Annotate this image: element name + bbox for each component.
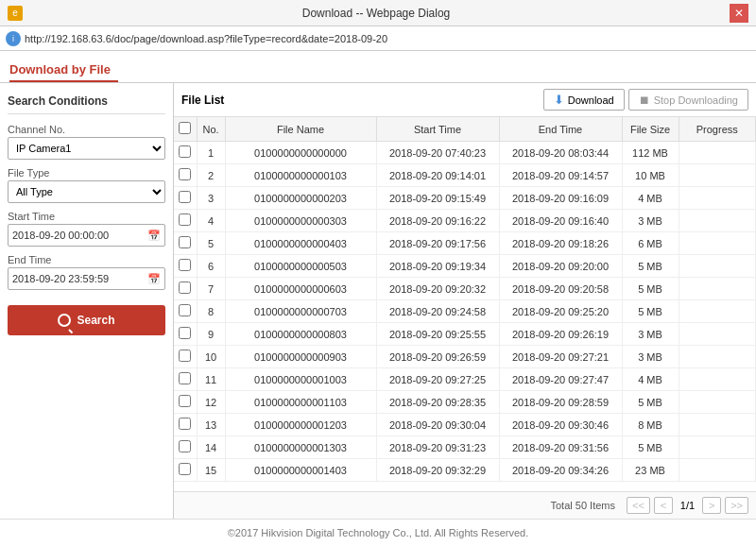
- window-title: Download -- Webpage Dialog: [23, 7, 730, 20]
- row-checkbox[interactable]: [179, 168, 191, 180]
- table-header-row: No. File Name Start Time End Time File S…: [174, 117, 756, 142]
- row-checkbox[interactable]: [179, 145, 191, 158]
- row-filesize: 5 MB: [622, 300, 679, 323]
- endtime-field-group: End Time 2018-09-20 23:59:59 📅: [8, 254, 165, 290]
- table-row: 10 0100000000000903 2018-09-20 09:26:59 …: [174, 346, 756, 368]
- row-filename: 0100000000000000: [225, 142, 376, 164]
- row-filesize: 6 MB: [622, 232, 679, 255]
- row-starttime: 2018-09-20 09:32:29: [376, 459, 499, 482]
- row-checkbox[interactable]: [179, 191, 191, 203]
- row-checkbox-cell: [174, 232, 197, 255]
- row-progress: [679, 232, 756, 255]
- page-info: 1/1: [677, 498, 698, 513]
- endtime-calendar-icon[interactable]: 📅: [147, 273, 161, 285]
- row-checkbox[interactable]: [179, 304, 191, 316]
- file-table: No. File Name Start Time End Time File S…: [174, 117, 756, 482]
- header-starttime: Start Time: [376, 117, 499, 142]
- row-checkbox[interactable]: [179, 372, 191, 384]
- row-checkbox[interactable]: [179, 418, 191, 430]
- table-row: 15 0100000000001403 2018-09-20 09:32:29 …: [174, 459, 756, 482]
- endtime-value: 2018-09-20 23:59:59: [12, 273, 109, 284]
- starttime-field-group: Start Time 2018-09-20 00:00:00 📅: [8, 211, 165, 247]
- footer: ©2017 Hikvision Digital Technology Co., …: [0, 519, 756, 546]
- row-checkbox-cell: [174, 323, 197, 346]
- table-row: 6 0100000000000503 2018-09-20 09:19:34 2…: [174, 255, 756, 278]
- table-row: 12 0100000000001103 2018-09-20 09:28:35 …: [174, 391, 756, 414]
- row-checkbox-cell: [174, 391, 197, 414]
- row-checkbox[interactable]: [179, 213, 191, 226]
- row-checkbox[interactable]: [179, 282, 191, 294]
- next-page-button[interactable]: >: [702, 497, 721, 514]
- file-list-header: File List ⬇ Download ⏹ Stop Downloading: [174, 83, 756, 117]
- last-page-button[interactable]: >>: [725, 497, 748, 514]
- row-endtime: 2018-09-20 09:18:26: [499, 232, 622, 255]
- row-no: 5: [197, 232, 225, 255]
- browser-icon: i: [6, 31, 21, 46]
- starttime-label: Start Time: [8, 211, 165, 222]
- row-filesize: 10 MB: [622, 164, 679, 187]
- row-filesize: 5 MB: [622, 255, 679, 278]
- row-checkbox[interactable]: [179, 440, 191, 452]
- row-checkbox[interactable]: [179, 259, 191, 271]
- row-endtime: 2018-09-20 08:03:44: [499, 142, 622, 164]
- header-no: No.: [197, 117, 225, 142]
- row-no: 8: [197, 300, 225, 323]
- download-button[interactable]: ⬇ Download: [543, 89, 625, 111]
- starttime-calendar-icon[interactable]: 📅: [147, 230, 161, 242]
- row-filename: 0100000000001303: [225, 436, 376, 459]
- row-starttime: 2018-09-20 09:31:23: [376, 436, 499, 459]
- row-starttime: 2018-09-20 09:19:34: [376, 255, 499, 278]
- row-filesize: 5 MB: [622, 391, 679, 414]
- filetype-select[interactable]: All Type Video Picture: [8, 180, 165, 203]
- row-endtime: 2018-09-20 09:20:00: [499, 255, 622, 278]
- row-no: 7: [197, 278, 225, 300]
- row-progress: [679, 255, 756, 278]
- prev-page-button[interactable]: <: [654, 497, 673, 514]
- row-filename: 0100000000001403: [225, 459, 376, 482]
- row-endtime: 2018-09-20 09:27:47: [499, 368, 622, 391]
- row-checkbox[interactable]: [179, 463, 191, 475]
- row-no: 15: [197, 459, 225, 482]
- close-button[interactable]: ✕: [730, 4, 748, 23]
- row-checkbox-cell: [174, 255, 197, 278]
- row-no: 6: [197, 255, 225, 278]
- left-panel: Search Conditions Channel No. IP Camera1…: [0, 83, 174, 519]
- select-all-checkbox[interactable]: [179, 122, 191, 134]
- row-starttime: 2018-09-20 09:14:01: [376, 164, 499, 187]
- row-filesize: 23 MB: [622, 459, 679, 482]
- row-no: 9: [197, 323, 225, 346]
- table-row: 14 0100000000001303 2018-09-20 09:31:23 …: [174, 436, 756, 459]
- table-row: 5 0100000000000403 2018-09-20 09:17:56 2…: [174, 232, 756, 255]
- stop-downloading-button[interactable]: ⏹ Stop Downloading: [628, 89, 748, 111]
- table-row: 4 0100000000000303 2018-09-20 09:16:22 2…: [174, 210, 756, 232]
- starttime-input[interactable]: 2018-09-20 00:00:00 📅: [8, 224, 165, 247]
- row-checkbox[interactable]: [179, 327, 191, 339]
- search-button[interactable]: Search: [8, 305, 165, 335]
- row-checkbox-cell: [174, 164, 197, 187]
- row-progress: [679, 278, 756, 300]
- row-no: 4: [197, 210, 225, 232]
- row-no: 11: [197, 368, 225, 391]
- row-checkbox-cell: [174, 459, 197, 482]
- row-filename: 0100000000000903: [225, 346, 376, 368]
- row-checkbox[interactable]: [179, 395, 191, 407]
- file-table-body: 1 0100000000000000 2018-09-20 07:40:23 2…: [174, 142, 756, 482]
- endtime-input[interactable]: 2018-09-20 23:59:59 📅: [8, 267, 165, 290]
- row-no: 3: [197, 187, 225, 210]
- row-starttime: 2018-09-20 09:16:22: [376, 210, 499, 232]
- header-filesize: File Size: [622, 117, 679, 142]
- row-filesize: 5 MB: [622, 278, 679, 300]
- row-checkbox-cell: [174, 346, 197, 368]
- first-page-button[interactable]: <<: [627, 497, 650, 514]
- row-filesize: 112 MB: [622, 142, 679, 164]
- row-no: 2: [197, 164, 225, 187]
- row-starttime: 2018-09-20 07:40:23: [376, 142, 499, 164]
- row-checkbox[interactable]: [179, 350, 191, 362]
- row-checkbox[interactable]: [179, 236, 191, 248]
- tab-download-by-file[interactable]: Download by File: [9, 59, 118, 82]
- header-filename: File Name: [225, 117, 376, 142]
- file-table-container: No. File Name Start Time End Time File S…: [174, 117, 756, 491]
- row-checkbox-cell: [174, 210, 197, 232]
- channel-select[interactable]: IP Camera1 IP Camera2: [8, 137, 165, 160]
- row-progress: [679, 210, 756, 232]
